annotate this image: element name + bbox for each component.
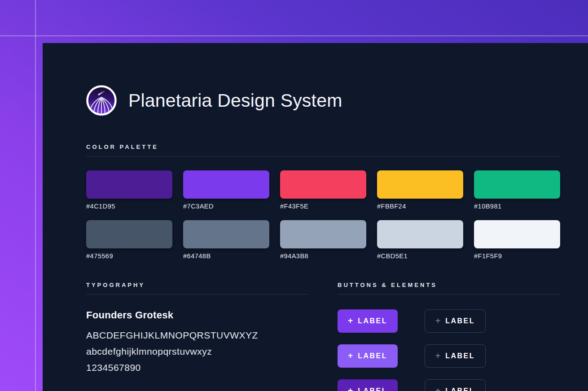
swatch-grid: #4C1D95 #7C3AED #F43F5E #FBBF24 #10B981 …: [86, 170, 560, 260]
buttons-heading: BUTTONS & ELEMENTS: [338, 282, 560, 288]
color-swatch: [280, 170, 366, 199]
plus-icon: +: [435, 351, 440, 361]
primary-button[interactable]: + LABEL: [338, 309, 398, 333]
primary-button[interactable]: + LABEL: [338, 344, 398, 368]
typography-heading: TYPOGRAPHY: [86, 282, 308, 288]
font-name: Founders Grotesk: [86, 309, 308, 321]
plus-icon: +: [348, 386, 353, 391]
planetaria-logo-icon: [86, 85, 117, 116]
color-swatch: [183, 170, 269, 199]
button-row: + LABEL + LABEL: [338, 309, 560, 333]
color-swatch: [183, 220, 269, 248]
button-label: LABEL: [445, 317, 475, 325]
plus-icon: +: [435, 316, 440, 326]
plus-icon: +: [435, 386, 440, 391]
swatch-cell: #F1F5F9: [474, 220, 560, 260]
page-title: Planetaria Design System: [128, 90, 342, 111]
button-rows: + LABEL + LABEL + LABEL + LABEL: [338, 309, 560, 391]
swatch-cell: #64748B: [183, 220, 269, 260]
swatch-hex-label: #475569: [86, 252, 172, 260]
lowercase-sample: abcdefghijklmnopqrstuvwxyz: [86, 343, 308, 360]
swatch-hex-label: #7C3AED: [183, 203, 269, 210]
button-row: + LABEL + LABEL: [338, 379, 560, 391]
section-divider: [86, 156, 560, 156]
button-row: + LABEL + LABEL: [338, 344, 560, 368]
typography-section: TYPOGRAPHY Founders Grotesk ABCDEFGHIJKL…: [86, 282, 308, 391]
color-swatch: [280, 220, 366, 248]
secondary-button[interactable]: + LABEL: [425, 309, 486, 333]
swatch-hex-label: #F1F5F9: [474, 252, 560, 260]
buttons-section: BUTTONS & ELEMENTS + LABEL + LABEL +: [338, 282, 560, 391]
secondary-button[interactable]: + LABEL: [425, 344, 486, 368]
swatch-hex-label: #F43F5E: [280, 203, 366, 210]
swatch-cell: #4C1D95: [86, 170, 172, 210]
button-label: LABEL: [358, 352, 387, 360]
guide-line-vertical: [35, 0, 36, 391]
swatch-cell: #CBD5E1: [377, 220, 463, 260]
swatch-hex-label: #4C1D95: [86, 203, 172, 210]
color-swatch: [377, 220, 463, 248]
button-label: LABEL: [358, 387, 387, 391]
button-label: LABEL: [445, 352, 475, 360]
swatch-cell: #94A3B8: [280, 220, 366, 260]
color-palette-section: COLOR PALETTE #4C1D95 #7C3AED #F43F5E #F…: [86, 143, 560, 260]
design-system-panel: Planetaria Design System COLOR PALETTE #…: [43, 43, 588, 391]
swatch-hex-label: #10B981: [474, 203, 560, 210]
swatch-cell: #FBBF24: [377, 170, 463, 210]
button-label: LABEL: [445, 387, 475, 391]
color-palette-heading: COLOR PALETTE: [86, 143, 560, 150]
numerals-sample: 1234567890: [86, 360, 308, 376]
swatch-hex-label: #FBBF24: [377, 203, 463, 210]
swatch-cell: #475569: [86, 220, 172, 260]
swatch-hex-label: #64748B: [183, 252, 269, 260]
section-divider: [86, 294, 308, 295]
guide-line-horizontal: [0, 35, 588, 36]
color-swatch: [377, 170, 463, 199]
swatch-cell: #10B981: [474, 170, 560, 210]
color-swatch: [86, 220, 172, 248]
secondary-button[interactable]: + LABEL: [425, 379, 486, 391]
plus-icon: +: [348, 351, 353, 361]
section-divider: [338, 294, 560, 295]
color-swatch: [86, 170, 172, 199]
swatch-cell: #7C3AED: [183, 170, 269, 210]
button-label: LABEL: [358, 317, 387, 325]
swatch-hex-label: #CBD5E1: [377, 252, 463, 260]
swatch-hex-label: #94A3B8: [280, 252, 366, 260]
uppercase-sample: ABCDEFGHIJKLMNOPQRSTUVWXYZ: [86, 327, 308, 343]
header: Planetaria Design System: [86, 85, 560, 116]
plus-icon: +: [348, 316, 353, 326]
primary-button[interactable]: + LABEL: [338, 379, 398, 391]
swatch-cell: #F43F5E: [280, 170, 366, 210]
color-swatch: [474, 220, 560, 248]
color-swatch: [474, 170, 560, 199]
